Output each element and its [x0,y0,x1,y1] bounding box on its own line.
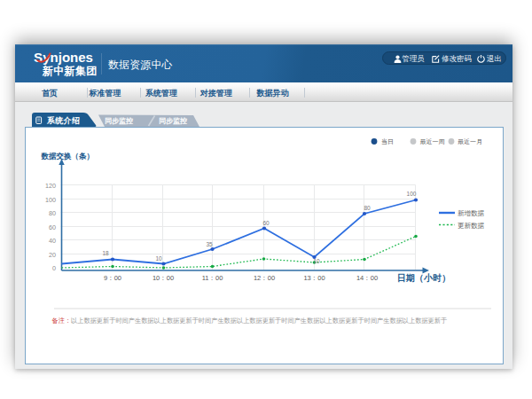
svg-text:14：00: 14：00 [356,274,378,282]
svg-text:80: 80 [364,205,371,211]
svg-text:同步监控: 同步监控 [105,117,133,125]
svg-text:35: 35 [206,241,213,247]
svg-text:0: 0 [52,264,56,272]
svg-text:同步监控: 同步监控 [159,117,187,125]
svg-text:日期（小时）: 日期（小时） [397,273,450,283]
svg-text:系统介绍: 系统介绍 [46,116,80,125]
svg-text:40: 40 [49,237,56,245]
svg-text:更新数据: 更新数据 [458,222,485,230]
svg-text:20: 20 [49,251,56,259]
svg-text:80: 80 [49,209,56,217]
svg-text:最近一周: 最近一周 [420,138,445,145]
svg-text:备注：以上数据更新于时间产生数据以上数据更新于时间产生数据以: 备注：以上数据更新于时间产生数据以上数据更新于时间产生数据以上数据更新于时间产生… [52,317,448,325]
svg-text:新增数据: 新增数据 [458,209,485,217]
svg-text:60: 60 [49,223,56,231]
svg-text:数据交换（条）: 数据交换（条） [41,152,95,160]
svg-text:18: 18 [102,250,109,256]
svg-text:13：00: 13：00 [303,274,325,282]
svg-text:最近一月: 最近一月 [458,138,482,145]
svg-text:100: 100 [407,191,417,197]
svg-text:9：00: 9：00 [104,274,121,282]
svg-text:10：00: 10：00 [153,274,174,282]
svg-text:60: 60 [262,220,270,226]
svg-text:12：00: 12：00 [254,274,275,282]
svg-text:10: 10 [313,258,320,264]
svg-text:120: 120 [45,182,56,190]
svg-text:100: 100 [45,196,56,204]
svg-text:当日: 当日 [381,138,394,145]
svg-text:11：00: 11：00 [202,274,223,282]
svg-text:10: 10 [155,255,162,262]
